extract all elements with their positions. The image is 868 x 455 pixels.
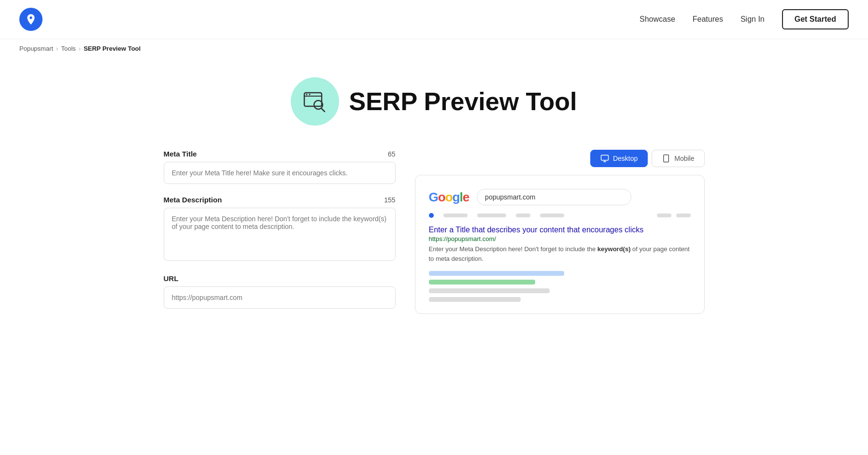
desktop-toggle[interactable]: Desktop <box>590 150 648 167</box>
meta-title-count: 65 <box>388 150 396 158</box>
svg-line-5 <box>321 108 325 112</box>
header: Showcase Features Sign In Get Started <box>0 0 868 39</box>
fake-nav-right <box>657 213 691 217</box>
meta-description-group: Meta Description 155 <box>164 196 396 263</box>
svg-rect-9 <box>664 155 669 162</box>
meta-title-group: Meta Title 65 <box>164 150 396 184</box>
nav-features[interactable]: Features <box>693 15 723 24</box>
meta-title-input[interactable] <box>164 162 396 184</box>
fake-nav-line-4 <box>540 213 564 217</box>
fake-nav-line-2 <box>477 213 506 217</box>
url-label: URL <box>164 274 179 283</box>
google-bar: Google <box>429 189 691 205</box>
logo-svg <box>25 13 37 26</box>
breadcrumb-tools[interactable]: Tools <box>61 45 75 52</box>
hero-icon <box>291 77 339 126</box>
hero-section: SERP Preview Tool <box>0 58 868 140</box>
meta-title-label: Meta Title <box>164 150 197 158</box>
breadcrumb-home[interactable]: Popupsmart <box>19 45 53 52</box>
url-group: URL <box>164 274 396 309</box>
fake-nav-r-1 <box>657 213 671 217</box>
logo-icon <box>19 8 43 31</box>
view-toggle: Desktop Mobile <box>415 150 705 167</box>
svg-point-3 <box>309 94 311 95</box>
meta-title-header: Meta Title 65 <box>164 150 396 158</box>
fake-result-line-4 <box>429 297 521 302</box>
serp-desc-before: Enter your Meta Description here! Don't … <box>429 245 598 253</box>
fake-nav <box>429 213 691 218</box>
desktop-label: Desktop <box>613 155 638 162</box>
fake-nav-r-2 <box>676 213 691 217</box>
nav: Showcase Features Sign In Get Started <box>640 9 849 29</box>
fake-nav-line-3 <box>516 213 530 217</box>
desktop-icon <box>600 154 609 163</box>
svg-rect-6 <box>601 155 608 160</box>
fake-result-line-2 <box>429 280 535 284</box>
fake-results <box>429 271 691 302</box>
breadcrumb: Popupsmart › Tools › SERP Preview Tool <box>0 39 868 58</box>
left-panel: Meta Title 65 Meta Description 155 URL <box>164 150 396 314</box>
google-search-input[interactable] <box>477 189 631 205</box>
serp-tool-icon <box>302 89 327 114</box>
mobile-icon <box>662 154 670 163</box>
svg-point-2 <box>306 94 308 95</box>
serp-result-title[interactable]: Enter a Title that describes your conten… <box>429 226 691 234</box>
meta-description-label: Meta Description <box>164 196 222 204</box>
right-panel: Desktop Mobile Google <box>415 150 705 314</box>
fake-nav-dot <box>429 213 434 218</box>
nav-showcase[interactable]: Showcase <box>640 15 675 24</box>
get-started-button[interactable]: Get Started <box>782 9 849 29</box>
fake-result-line-1 <box>429 271 564 276</box>
fake-nav-line-1 <box>443 213 468 217</box>
serp-result-description: Enter your Meta Description here! Don't … <box>429 244 691 263</box>
breadcrumb-current: SERP Preview Tool <box>84 45 141 52</box>
serp-preview-card: Google Enter a Title that describes your… <box>415 175 705 314</box>
google-logo: Google <box>429 190 470 205</box>
breadcrumb-sep1: › <box>56 45 58 52</box>
mobile-toggle[interactable]: Mobile <box>652 150 704 167</box>
meta-description-header: Meta Description 155 <box>164 196 396 204</box>
nav-signin[interactable]: Sign In <box>740 15 765 24</box>
logo[interactable] <box>19 8 43 31</box>
meta-description-count: 155 <box>384 196 395 204</box>
main-content: Meta Title 65 Meta Description 155 URL <box>144 140 724 333</box>
mobile-label: Mobile <box>674 155 694 162</box>
fake-result-line-3 <box>429 288 550 293</box>
serp-result: Enter a Title that describes your conten… <box>429 226 691 263</box>
serp-desc-keyword: keyword(s) <box>598 245 631 253</box>
url-header: URL <box>164 274 396 283</box>
page-title: SERP Preview Tool <box>349 87 577 116</box>
serp-result-url: https://popupsmart.com/ <box>429 235 691 242</box>
meta-description-input[interactable] <box>164 208 396 261</box>
url-input[interactable] <box>164 286 396 309</box>
breadcrumb-sep2: › <box>79 45 81 52</box>
